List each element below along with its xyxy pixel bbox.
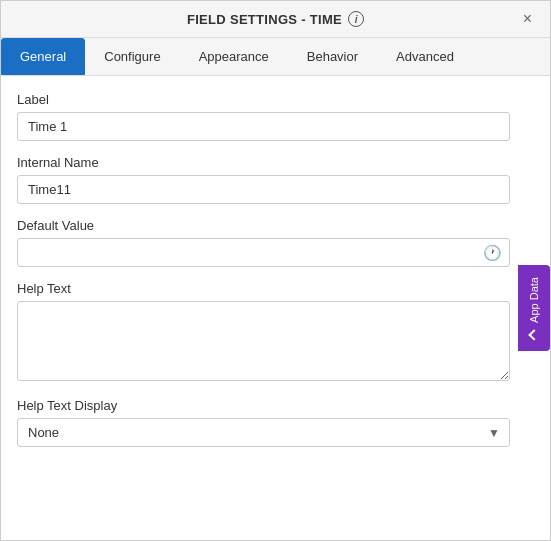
help-text-label: Help Text: [17, 281, 510, 296]
help-text-display-select[interactable]: None Tooltip Inline: [17, 418, 510, 447]
internal-name-input[interactable]: [17, 175, 510, 204]
app-data-tab[interactable]: App Data: [518, 265, 550, 351]
help-text-group: Help Text: [17, 281, 510, 384]
label-input[interactable]: [17, 112, 510, 141]
help-text-display-group: Help Text Display None Tooltip Inline ▼: [17, 398, 510, 447]
help-text-display-wrapper: None Tooltip Inline ▼: [17, 418, 510, 447]
default-value-label: Default Value: [17, 218, 510, 233]
clock-icon[interactable]: 🕐: [483, 244, 502, 262]
modal-body: Label Internal Name Default Value 🕐 Help…: [1, 76, 550, 540]
close-button[interactable]: ×: [517, 8, 538, 30]
tab-general[interactable]: General: [1, 38, 85, 75]
default-value-wrapper: 🕐: [17, 238, 510, 267]
internal-name-label: Internal Name: [17, 155, 510, 170]
help-text-input[interactable]: [17, 301, 510, 381]
modal-header: FIELD SETTINGS - TIME i ×: [1, 1, 550, 38]
app-data-label: App Data: [528, 277, 540, 323]
tab-configure[interactable]: Configure: [85, 38, 179, 75]
default-value-input[interactable]: [17, 238, 510, 267]
modal-title: FIELD SETTINGS - TIME: [187, 12, 342, 27]
internal-name-group: Internal Name: [17, 155, 510, 204]
chevron-right-icon: [528, 329, 539, 340]
help-text-display-label: Help Text Display: [17, 398, 510, 413]
tab-behavior[interactable]: Behavior: [288, 38, 377, 75]
label-group: Label: [17, 92, 510, 141]
default-value-group: Default Value 🕐: [17, 218, 510, 267]
tab-advanced[interactable]: Advanced: [377, 38, 473, 75]
label-label: Label: [17, 92, 510, 107]
modal-container: FIELD SETTINGS - TIME i × General Config…: [0, 0, 551, 541]
tab-appearance[interactable]: Appearance: [180, 38, 288, 75]
app-data-panel: App Data: [518, 76, 550, 540]
tabs-container: General Configure Appearance Behavior Ad…: [1, 38, 550, 76]
info-icon[interactable]: i: [348, 11, 364, 27]
